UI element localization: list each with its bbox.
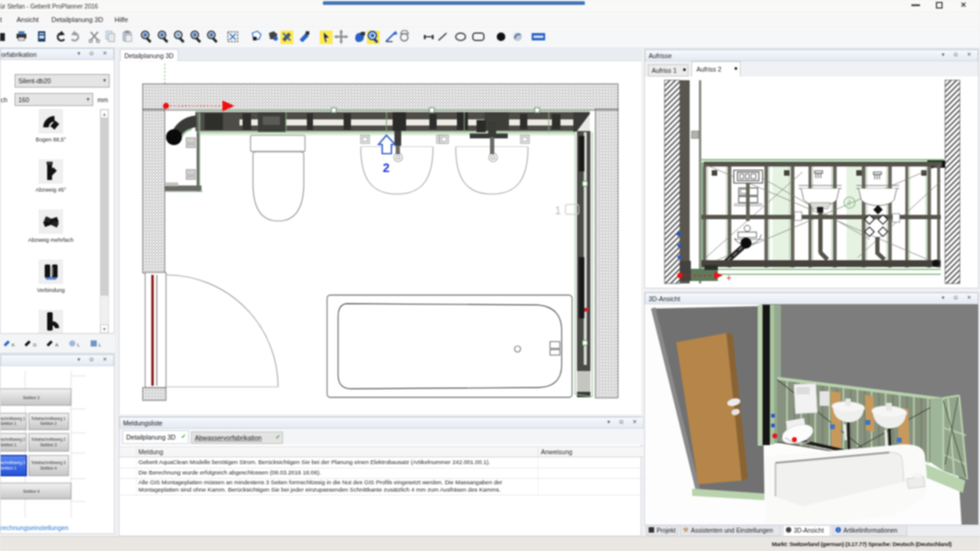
svg-text:Teilabschnittsweg 3: Teilabschnittsweg 3 [1, 460, 26, 465]
svg-text:2: 2 [383, 161, 390, 174]
svg-text:L: L [77, 342, 80, 348]
svg-text:Teilabschnittsweg 2: Teilabschnittsweg 2 [1, 437, 26, 442]
svg-text:Sektion 2: Sektion 2 [40, 421, 56, 425]
svg-text:Teilabschnittsweg 3: Teilabschnittsweg 3 [31, 460, 66, 465]
svg-text:Sektion 4: Sektion 4 [23, 489, 39, 493]
svg-text:A: A [55, 342, 59, 348]
svg-text:Sektion 1: Sektion 1 [1, 466, 17, 470]
svg-text:Sektion 1: Sektion 1 [1, 443, 17, 447]
svg-text:K: K [12, 342, 15, 348]
svg-text:Sektion 1: Sektion 1 [1, 421, 17, 425]
svg-text:Teilabschnittsweg 1: Teilabschnittsweg 1 [31, 416, 66, 421]
svg-text:Sektion 4: Sektion 4 [40, 466, 56, 470]
svg-text:1: 1 [555, 204, 561, 217]
svg-text:Sektion 3: Sektion 3 [23, 395, 39, 400]
svg-text:Teilabschnittsweg 1: Teilabschnittsweg 1 [1, 416, 26, 421]
svg-text:L: L [99, 342, 102, 348]
svg-text:D: D [33, 342, 37, 348]
svg-text:Sektion 3: Sektion 3 [40, 443, 56, 447]
svg-text:Teilabschnittsweg 2: Teilabschnittsweg 2 [31, 437, 66, 442]
